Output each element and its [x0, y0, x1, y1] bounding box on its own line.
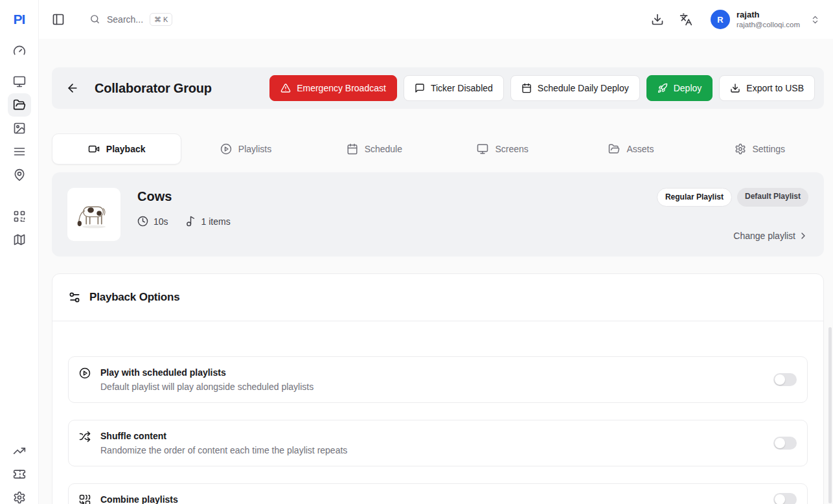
map-pin-icon: [13, 168, 26, 181]
tab-label: Settings: [753, 144, 786, 154]
deploy-button[interactable]: Deploy: [646, 75, 713, 101]
image-icon: [13, 122, 26, 135]
combine-icon: [79, 494, 91, 504]
playlist-info: Cows 10s 1 items: [137, 188, 231, 241]
play-circle-icon: [220, 143, 232, 155]
arrow-left-icon: [66, 82, 79, 95]
trending-up-icon: [13, 444, 26, 457]
global-search[interactable]: Search... ⌘ K: [89, 13, 172, 26]
tab-bar: Playback Playlists Schedule Screens Asse…: [52, 133, 824, 165]
change-playlist-label: Change playlist: [733, 231, 795, 241]
emergency-broadcast-button[interactable]: Emergency Broadcast: [269, 75, 397, 101]
export-to-usb-button[interactable]: Export to USB: [719, 75, 815, 101]
sidebar-item-qr[interactable]: [8, 205, 31, 228]
sidebar-item-licenses[interactable]: [8, 463, 31, 486]
duration-value: 10s: [154, 216, 168, 227]
languages-icon: [679, 13, 692, 26]
chevron-right-icon: [798, 231, 808, 241]
tab-label: Schedule: [365, 144, 402, 154]
language-button[interactable]: [674, 8, 698, 31]
playback-options-header: Playback Options: [52, 274, 823, 321]
calendar-icon: [521, 83, 532, 93]
sidebar-toggle-button[interactable]: [47, 8, 70, 31]
search-icon: [89, 14, 100, 25]
app-root: PI Search... ⌘ K: [0, 0, 833, 504]
scrollbar-thumb[interactable]: [828, 327, 832, 503]
download-button[interactable]: [646, 8, 669, 31]
tab-schedule[interactable]: Schedule: [310, 133, 439, 165]
sidebar-item-map[interactable]: [8, 228, 31, 251]
clock-icon: [137, 216, 148, 227]
combine-playlists-toggle[interactable]: [773, 493, 797, 504]
schedule-daily-deploy-button[interactable]: Schedule Daily Deploy: [510, 75, 640, 101]
playlist-badges: Regular Playlist Default Playlist: [657, 188, 808, 207]
sidebar-item-assets[interactable]: [8, 117, 31, 140]
tab-playlists[interactable]: Playlists: [181, 133, 310, 165]
user-email: rajath@colloqi.com: [736, 20, 800, 29]
topbar-icons: [646, 8, 698, 31]
app-logo[interactable]: PI: [14, 0, 25, 39]
sidebar-item-playlists[interactable]: [8, 140, 31, 163]
option-play-with-scheduled: Play with scheduled playlists Default pl…: [68, 356, 808, 403]
default-playlist-badge: Default Playlist: [737, 188, 808, 207]
sidebar-item-groups[interactable]: [8, 93, 31, 117]
playlist-card-right: Regular Playlist Default Playlist Change…: [657, 188, 808, 241]
avatar: R: [711, 10, 730, 29]
chevrons-up-down-icon: [810, 15, 820, 25]
option-text: Shuffle content Randomize the order of c…: [100, 429, 347, 457]
panel-left-icon: [52, 13, 65, 26]
message-square-icon: [415, 83, 425, 93]
tab-screens[interactable]: Screens: [439, 133, 567, 165]
page-title: Collaborator Group: [95, 81, 212, 96]
page-actions: Emergency Broadcast Ticker Disabled Sche…: [269, 75, 815, 101]
play-with-scheduled-toggle[interactable]: [773, 373, 797, 386]
monitor-icon: [13, 75, 26, 88]
user-names: rajath rajath@colloqi.com: [736, 10, 800, 30]
user-menu[interactable]: R rajath rajath@colloqi.com: [707, 7, 824, 32]
video-icon: [88, 143, 100, 155]
main-area: Search... ⌘ K R rajath rajath@colloqi.co…: [39, 0, 833, 504]
tab-settings[interactable]: Settings: [696, 133, 824, 165]
gear-icon: [13, 491, 26, 504]
folder-open-icon: [608, 143, 620, 155]
monitor-icon: [477, 143, 488, 155]
button-label: Ticker Disabled: [431, 83, 493, 93]
list-icon: [13, 145, 26, 158]
option-description: Default playlist will play alongside sch…: [100, 380, 314, 394]
change-playlist-link[interactable]: Change playlist: [733, 231, 808, 241]
playlist-item-count: 1 items: [185, 216, 231, 227]
play-circle-icon: [79, 367, 91, 379]
music-note-icon: [185, 216, 196, 227]
sidebar: PI: [0, 0, 39, 504]
playlist-title: Cows: [137, 189, 231, 204]
calendar-icon: [347, 143, 358, 155]
shuffle-content-toggle[interactable]: [773, 437, 797, 450]
option-text: Combine playlists: [100, 492, 178, 504]
sidebar-item-locations[interactable]: [8, 163, 31, 187]
gauge-icon: [13, 44, 26, 57]
sidebar-item-dashboard[interactable]: [8, 39, 31, 62]
back-button[interactable]: [61, 76, 84, 100]
button-label: Emergency Broadcast: [297, 83, 386, 93]
user-name: rajath: [736, 10, 800, 20]
option-title: Play with scheduled playlists: [100, 365, 314, 380]
tab-playback[interactable]: Playback: [52, 133, 181, 165]
option-combine-playlists: Combine playlists: [68, 483, 808, 504]
sidebar-item-screens[interactable]: [8, 70, 31, 93]
item-count-value: 1 items: [201, 216, 231, 227]
tab-label: Screens: [495, 144, 528, 154]
download-icon: [730, 83, 740, 93]
playback-options-body: Play with scheduled playlists Default pl…: [52, 321, 823, 504]
option-title: Shuffle content: [100, 429, 347, 443]
tab-assets[interactable]: Assets: [567, 133, 695, 165]
shuffle-icon: [79, 431, 91, 442]
sidebar-item-settings[interactable]: [8, 486, 31, 504]
search-shortcut-kbd: ⌘ K: [150, 13, 172, 26]
page-header: Collaborator Group Emergency Broadcast T…: [52, 67, 824, 109]
tab-label: Assets: [626, 144, 654, 154]
ticker-disabled-button[interactable]: Ticker Disabled: [404, 75, 504, 101]
default-playlist-card: Cows 10s 1 items Regular Pl: [52, 172, 824, 257]
ticket-icon: [13, 468, 26, 481]
download-icon: [651, 13, 664, 26]
sidebar-item-reports[interactable]: [8, 439, 31, 463]
